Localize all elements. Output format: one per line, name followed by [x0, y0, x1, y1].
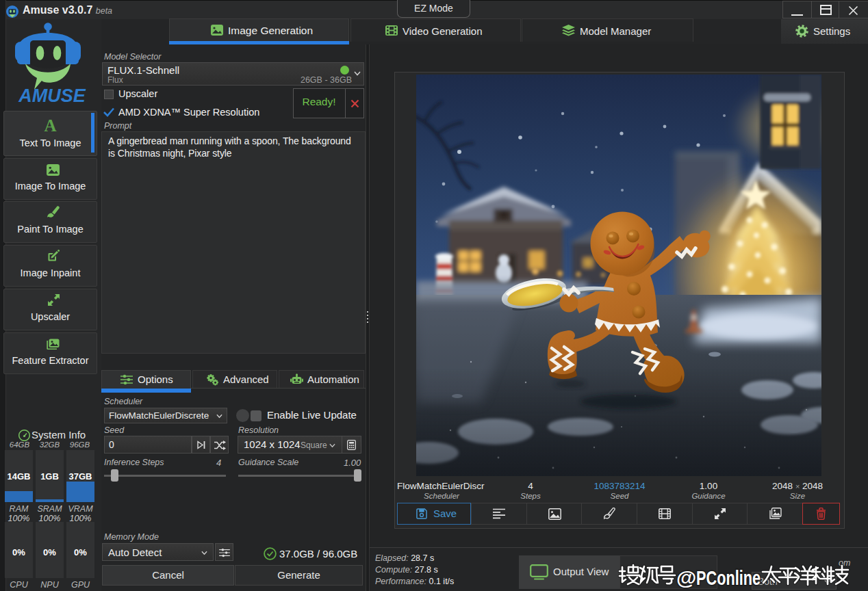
- svg-text:@: @: [676, 566, 696, 589]
- svg-text:PConline: PConline: [696, 566, 761, 589]
- svg-text:AMUSE: AMUSE: [18, 86, 86, 105]
